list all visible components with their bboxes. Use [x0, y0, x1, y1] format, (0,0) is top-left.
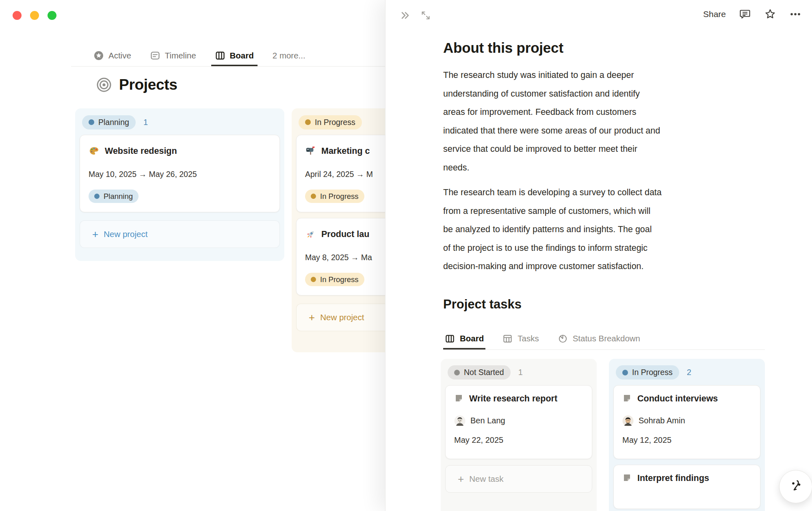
column-header[interactable]: Not Started 1 [445, 363, 592, 382]
tab-more-views[interactable]: 2 more... [269, 45, 309, 66]
card-title: Product lau [321, 229, 369, 239]
peek-toolbar-left [399, 10, 431, 21]
share-button[interactable]: Share [703, 9, 726, 19]
side-peek-panel: Share About this project The research st… [385, 0, 812, 511]
card-title: Write research report [469, 394, 557, 404]
minimize-window-button[interactable] [30, 11, 39, 20]
status-dot [622, 370, 628, 375]
card-title: Interpret findings [637, 473, 709, 483]
page-title: Projects [119, 76, 178, 93]
pie-chart-icon [558, 334, 568, 344]
peek-toolbar-right: Share [703, 8, 801, 20]
tab-label: Board [230, 51, 254, 60]
task-card-conduct-interviews[interactable]: Conduct interviews Sohrab Amin May 12, 2… [613, 385, 760, 459]
card-date: May 22, 2025 [454, 436, 583, 445]
table-icon [502, 334, 513, 344]
board-icon [445, 334, 455, 344]
tab-label: Timeline [165, 51, 196, 60]
status-dot [89, 119, 94, 125]
status-pill-in-progress: In Progress [616, 365, 679, 379]
close-window-button[interactable] [13, 11, 22, 20]
new-task-button[interactable]: + New task [445, 465, 592, 493]
about-paragraph: The research team is developing a survey… [443, 183, 765, 276]
status-pill-not-started: Not Started [448, 365, 511, 379]
tab-label: Active [108, 51, 131, 60]
status-dot [311, 277, 316, 282]
card-status-pill: In Progress [305, 190, 364, 203]
column-not-started: Not Started 1 Write research report [441, 359, 597, 511]
notion-ai-face-icon [786, 477, 805, 496]
tab-label: 2 more... [273, 51, 305, 60]
notion-window: Active Timeline Board 2 more... Projects [0, 0, 812, 511]
about-paragraph: The research study was initiated to gain… [443, 66, 765, 177]
tasks-tab-bar: Board Tasks Status Breakdown [443, 328, 765, 350]
column-header[interactable]: In Progress 2 [613, 363, 760, 382]
tab-board-view[interactable]: Board [211, 45, 258, 66]
rocket-icon [305, 229, 316, 240]
column-header[interactable]: Planning 1 [80, 113, 280, 132]
card-title: Marketing c [321, 146, 370, 156]
card-date-range: May 10, 2025 → May 26, 2025 [89, 170, 271, 179]
palette-icon [89, 146, 100, 157]
tab-active-view[interactable]: Active [90, 45, 135, 66]
card-title: Website redesign [105, 146, 177, 156]
status-dot [305, 119, 311, 125]
new-project-button[interactable]: + New project [80, 220, 280, 248]
window-controls [13, 11, 56, 20]
project-tasks-heading: Project tasks [443, 297, 765, 312]
tasks-board: Not Started 1 Write research report [441, 359, 765, 511]
peek-content: About this project The research study wa… [443, 32, 765, 511]
column-in-progress: In Progress 2 Conduct interviews [609, 359, 765, 511]
about-heading: About this project [443, 40, 765, 56]
task-card-interpret-findings[interactable]: Interpret findings [613, 465, 760, 509]
task-card-write-research-report[interactable]: Write research report Ben Lang May 22, 2… [445, 385, 592, 459]
double-chevron-right-icon[interactable] [399, 10, 411, 21]
star-icon[interactable] [764, 8, 776, 20]
tab-tasks[interactable]: Tasks [501, 328, 540, 349]
target-icon [96, 77, 112, 93]
sohrab-amin-avatar [622, 415, 634, 427]
plus-icon: + [92, 229, 98, 239]
card-status-pill: Planning [89, 190, 139, 203]
plus-icon: + [309, 312, 315, 323]
card-date: May 12, 2025 [622, 436, 751, 445]
notion-ai-button[interactable] [779, 470, 812, 503]
board-icon [215, 50, 225, 61]
tab-timeline-view[interactable]: Timeline [146, 45, 200, 66]
status-pill-in-progress: In Progress [299, 115, 362, 129]
assignee-row: Ben Lang [454, 415, 583, 427]
ben-lang-avatar [454, 415, 466, 427]
task-page-icon [454, 394, 464, 403]
tab-board[interactable]: Board [443, 328, 485, 349]
status-pill-planning: Planning [82, 115, 136, 129]
page-header: Projects [96, 76, 178, 93]
expand-icon[interactable] [420, 10, 431, 21]
timeline-icon [150, 50, 160, 61]
status-dot [311, 194, 316, 199]
project-card-website-redesign[interactable]: Website redesign May 10, 2025 → May 26, … [80, 135, 280, 212]
view-tab-bar: Active Timeline Board 2 more... [71, 45, 385, 67]
assignee-name: Sohrab Amin [639, 416, 685, 425]
column-count: 1 [518, 368, 523, 377]
card-status-pill: In Progress [305, 273, 364, 286]
status-dot [94, 194, 100, 199]
zoom-window-button[interactable] [48, 11, 56, 20]
mailbox-icon [305, 146, 316, 157]
card-title: Conduct interviews [637, 394, 718, 404]
task-page-icon [622, 473, 632, 483]
assignee-name: Ben Lang [470, 416, 505, 425]
assignee-row: Sohrab Amin [622, 415, 751, 427]
column-count: 2 [687, 368, 691, 377]
comment-icon[interactable] [739, 8, 751, 20]
column-planning: Planning 1 Website redesign May 10, 2025… [75, 108, 284, 261]
more-icon[interactable] [789, 8, 801, 20]
task-page-icon [622, 394, 632, 403]
column-count: 1 [143, 118, 148, 127]
star-circle-icon [93, 50, 104, 61]
plus-icon: + [458, 474, 464, 484]
tab-status-breakdown[interactable]: Status Breakdown [556, 328, 642, 349]
status-dot [454, 370, 460, 375]
